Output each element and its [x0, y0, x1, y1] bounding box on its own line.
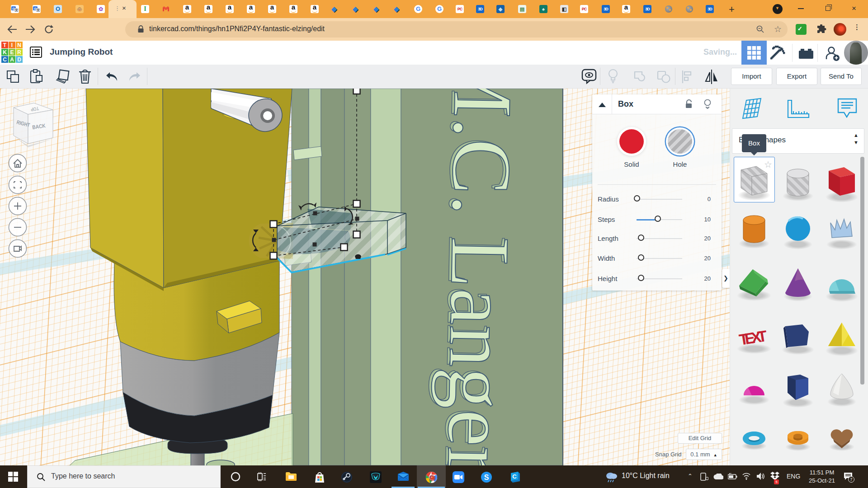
svg-text:C: C: [3, 56, 7, 63]
svg-text:A: A: [10, 56, 14, 63]
svg-text:M.C. Langer: M.C. Langer: [429, 89, 531, 465]
svg-text:E: E: [10, 49, 14, 56]
svg-text:S: S: [484, 474, 489, 481]
svg-text:文: 文: [36, 8, 40, 12]
svg-text:K: K: [3, 49, 7, 56]
svg-text:C: C: [512, 473, 517, 480]
svg-text:N: N: [17, 42, 21, 48]
svg-text:R: R: [17, 49, 21, 56]
svg-text:D: D: [17, 56, 21, 63]
svg-text:文: 文: [14, 8, 18, 12]
svg-text:I: I: [11, 42, 13, 48]
svg-text:T: T: [3, 42, 7, 48]
